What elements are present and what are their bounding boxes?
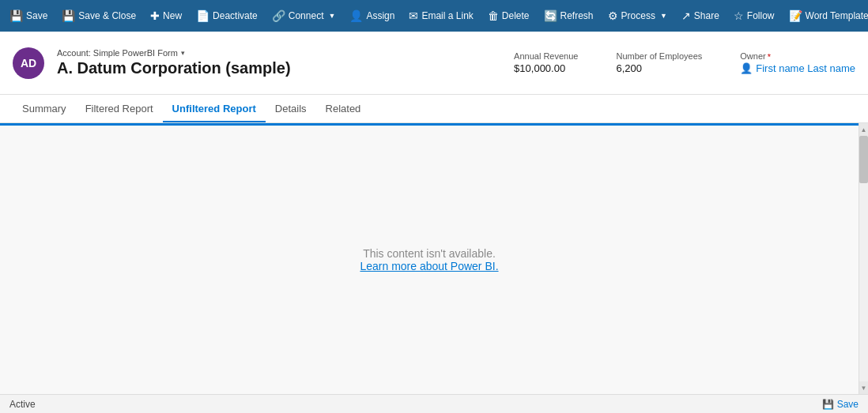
save-close-icon: 💾 (62, 9, 75, 22)
refresh-label: Refresh (560, 10, 594, 21)
deactivate-button[interactable]: 📄 Deactivate (190, 6, 264, 25)
new-label: New (163, 10, 182, 21)
employees-field: Number of Employees 6,200 (616, 51, 702, 74)
tab-summary[interactable]: Summary (13, 96, 76, 122)
company-name: A. Datum Corporation (sample) (57, 59, 501, 77)
owner-name: First name Last name (756, 62, 855, 74)
email-link-button[interactable]: ✉ Email a Link (402, 6, 479, 25)
scrollbar[interactable]: ▲ ▼ (859, 123, 868, 394)
email-link-icon: ✉ (409, 9, 418, 22)
process-label: Process (621, 10, 655, 21)
scroll-down-arrow[interactable]: ▼ (859, 381, 868, 394)
powerbi-unavailable-message: This content isn't available. Learn more… (360, 247, 498, 272)
powerbi-learn-more-link[interactable]: Learn more about Power BI. (360, 260, 498, 272)
breadcrumb-dropdown-arrow[interactable]: ▾ (181, 49, 185, 57)
deactivate-icon: 📄 (196, 9, 209, 22)
save-close-label: Save & Close (78, 10, 136, 21)
save-button[interactable]: 💾 Save (3, 6, 54, 25)
process-icon: ⚙ (608, 9, 618, 22)
connect-dropdown-arrow: ▼ (328, 12, 335, 20)
follow-button[interactable]: ☆ Follow (727, 6, 781, 25)
connect-button[interactable]: 🔗 Connect ▼ (266, 6, 342, 25)
save-icon: 💾 (9, 9, 23, 22)
process-dropdown-arrow: ▼ (660, 12, 667, 20)
delete-button[interactable]: 🗑 Delete (481, 6, 536, 25)
delete-label: Delete (502, 10, 530, 21)
tab-filtered-report[interactable]: Filtered Report (76, 96, 163, 122)
assign-button[interactable]: 👤 Assign (343, 6, 401, 25)
share-button[interactable]: ↗ Share (675, 6, 726, 25)
employees-value: 6,200 (616, 62, 702, 74)
save-label: Save (26, 10, 47, 21)
powerbi-content: This content isn't available. Learn more… (0, 123, 859, 394)
follow-icon: ☆ (734, 9, 744, 22)
avatar: AD (13, 47, 44, 79)
follow-label: Follow (747, 10, 775, 21)
breadcrumb: Account: Simple PowerBI Form ▾ (57, 48, 501, 58)
toolbar: 💾 Save 💾 Save & Close ✚ New 📄 Deactivate… (0, 0, 868, 32)
annual-revenue-value: $10,000.00 (514, 62, 578, 74)
scroll-track[interactable] (859, 136, 868, 381)
share-icon: ↗ (681, 9, 691, 22)
statusbar-save-label: Save (837, 399, 859, 410)
email-link-label: Email a Link (421, 10, 473, 21)
owner-label: Owner (740, 51, 765, 61)
new-icon: ✚ (150, 9, 160, 22)
word-templates-button[interactable]: 📝 Word Templates ▼ (783, 6, 868, 25)
new-button[interactable]: ✚ New (144, 6, 188, 25)
status-badge: Active (9, 399, 36, 410)
required-asterisk: * (768, 52, 771, 62)
tab-details[interactable]: Details (266, 96, 316, 122)
share-label: Share (694, 10, 719, 21)
record-header: AD Account: Simple PowerBI Form ▾ A. Dat… (0, 32, 868, 95)
owner-value[interactable]: 👤 First name Last name (740, 62, 855, 74)
tab-related[interactable]: Related (316, 96, 371, 122)
annual-revenue-label: Annual Revenue (514, 51, 578, 61)
assign-label: Assign (366, 10, 394, 21)
refresh-icon: 🔄 (544, 9, 557, 22)
save-close-button[interactable]: 💾 Save & Close (55, 6, 142, 25)
tab-bar: Summary Filtered Report Unfiltered Repor… (0, 95, 868, 123)
deactivate-label: Deactivate (213, 10, 258, 21)
connect-label: Connect (289, 10, 324, 21)
person-icon: 👤 (740, 62, 753, 74)
scroll-up-arrow[interactable]: ▲ (859, 123, 868, 136)
refresh-button[interactable]: 🔄 Refresh (538, 6, 600, 25)
process-button[interactable]: ⚙ Process ▼ (602, 6, 674, 25)
scroll-thumb[interactable] (859, 136, 868, 183)
statusbar: Active 💾 Save (0, 394, 868, 413)
word-templates-label: Word Templates (806, 10, 868, 21)
content-area: This content isn't available. Learn more… (0, 123, 868, 394)
statusbar-save-icon: 💾 (822, 399, 834, 410)
connect-icon: 🔗 (272, 9, 285, 22)
statusbar-save-button[interactable]: 💾 Save (822, 399, 859, 410)
owner-field: Owner * 👤 First name Last name (740, 51, 855, 74)
header-fields: Annual Revenue $10,000.00 Number of Empl… (514, 51, 855, 74)
assign-icon: 👤 (349, 9, 363, 22)
tab-unfiltered-report[interactable]: Unfiltered Report (163, 96, 266, 122)
annual-revenue-field: Annual Revenue $10,000.00 (514, 51, 578, 74)
employees-label: Number of Employees (616, 51, 702, 61)
delete-icon: 🗑 (488, 9, 499, 22)
header-main: Account: Simple PowerBI Form ▾ A. Datum … (57, 48, 501, 77)
word-templates-icon: 📝 (789, 9, 802, 22)
